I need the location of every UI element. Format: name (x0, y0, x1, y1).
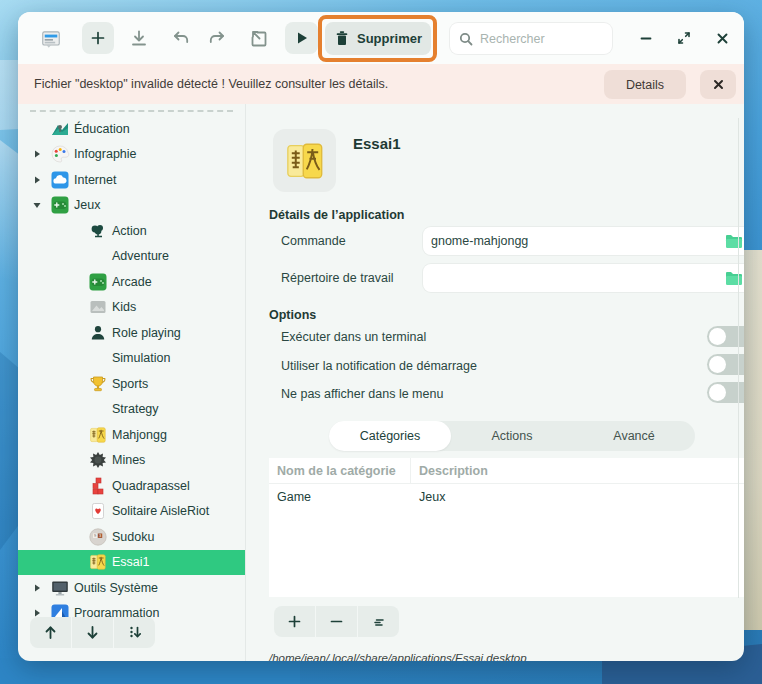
tree-item-outils-syst-me[interactable]: Outils Système (18, 575, 245, 601)
option-hide-menu-label: Ne pas afficher dans le menu (281, 387, 443, 401)
search-input[interactable] (480, 32, 590, 46)
education-icon (50, 119, 70, 139)
delete-button-label: Supprimer (357, 31, 422, 46)
delete-button[interactable]: Supprimer (325, 22, 431, 55)
launcher-icon-button[interactable] (273, 129, 336, 192)
tree-item-sudoku[interactable]: 93Sudoku (18, 524, 245, 550)
tree-item-strategy[interactable]: Strategy (18, 397, 245, 423)
tree-item--ducation[interactable]: Éducation (18, 116, 245, 142)
tree-item-label: Jeux (74, 198, 100, 212)
plus-icon (90, 30, 106, 46)
redo-icon (207, 29, 227, 49)
tree-item-mahjongg[interactable]: Mahjongg (18, 422, 245, 448)
tree-item-arcade[interactable]: Arcade (18, 269, 245, 295)
categories-table-header: Nom de la catégorie Description (269, 458, 744, 484)
tab-actions[interactable]: Actions (451, 421, 573, 451)
tree-item-label: Quadrapassel (112, 479, 190, 493)
tree-item-adventure[interactable]: Adventure (18, 244, 245, 270)
trash-icon (334, 30, 350, 47)
tree-item-action[interactable]: Action (18, 218, 245, 244)
tree-item-label: Arcade (112, 275, 152, 289)
launcher-name[interactable]: Essai1 (353, 135, 401, 152)
warning-banner: Fichier "desktop" invalide détecté ! Veu… (18, 64, 744, 104)
palette-icon (50, 144, 70, 164)
tree-item-label: Simulation (112, 351, 170, 365)
arrow-down-icon (84, 624, 101, 641)
add-category-button[interactable] (274, 606, 315, 637)
tree-item-quadrapassel[interactable]: Quadrapassel (18, 473, 245, 499)
tree-item-internet[interactable]: Internet (18, 167, 245, 193)
close-icon (715, 31, 730, 46)
person-icon (88, 323, 108, 343)
sort-button[interactable] (114, 617, 155, 648)
tree-item-label: Strategy (112, 402, 159, 416)
command-field-label: Commande (281, 234, 346, 248)
minimize-icon (638, 30, 654, 46)
tree-item-solitaire-aisleriot[interactable]: Solitaire AisleRiot (18, 499, 245, 525)
workdir-field (423, 264, 744, 292)
details-heading: Détails de l’application (269, 208, 404, 222)
add-launcher-button[interactable] (82, 22, 114, 54)
save-icon (129, 29, 149, 49)
chevron-right-icon[interactable] (30, 581, 44, 595)
tree-item-label: Sports (112, 377, 148, 391)
command-input[interactable] (431, 234, 725, 248)
scrollbar[interactable] (738, 118, 739, 598)
tab-advanced[interactable]: Avancé (573, 421, 695, 451)
tree-top-separator (30, 110, 233, 112)
category-sidebar: ÉducationInfographieInternetJeuxActionAd… (18, 104, 245, 661)
undo-icon (171, 29, 191, 49)
banner-close-button[interactable] (700, 70, 736, 99)
maximize-button[interactable] (674, 28, 694, 48)
categories-table: Nom de la catégorie Description GameJeux (269, 458, 744, 597)
move-down-button[interactable] (72, 617, 113, 648)
description-header[interactable]: Description (411, 464, 488, 478)
tetris-icon (88, 476, 108, 496)
folder-browse-icon[interactable] (725, 271, 743, 286)
banner-details-button[interactable]: Details (604, 70, 686, 99)
warning-banner-text: Fichier "desktop" invalide détecté ! Veu… (34, 77, 388, 91)
tree-item-sports[interactable]: Sports (18, 371, 245, 397)
tree-item-kids[interactable]: Kids (18, 295, 245, 321)
play-icon (294, 30, 310, 46)
action-icon (88, 221, 108, 241)
tree-item-label: Mines (112, 453, 145, 467)
workdir-input[interactable] (431, 271, 725, 285)
tree-item-label: Action (112, 224, 147, 238)
close-button[interactable] (712, 28, 732, 48)
minus-icon (329, 614, 344, 629)
save-button[interactable] (127, 28, 151, 50)
description-cell: Jeux (411, 490, 445, 504)
tree-item-label: Outils Système (74, 581, 158, 595)
tree-item-role-playing[interactable]: Role playing (18, 320, 245, 346)
table-row[interactable]: GameJeux (269, 484, 744, 510)
undo-button[interactable] (169, 29, 193, 49)
chevron-down-icon[interactable] (30, 198, 44, 212)
sudoku-icon: 93 (88, 527, 108, 547)
folder-browse-icon[interactable] (725, 234, 743, 249)
remove-category-button[interactable] (316, 606, 357, 637)
tree-item-simulation[interactable]: Simulation (18, 346, 245, 372)
tree-item-label: Kids (112, 300, 136, 314)
chevron-right-icon[interactable] (30, 147, 44, 161)
tree-item-infographie[interactable]: Infographie (18, 142, 245, 168)
category-name-header[interactable]: Nom de la catégorie (269, 458, 411, 483)
revert-button[interactable] (247, 28, 271, 50)
tree-item-jeux[interactable]: Jeux (18, 193, 245, 219)
clear-categories-button[interactable] (358, 606, 399, 637)
minimize-button[interactable] (636, 28, 656, 48)
option-terminal-label: Exécuter dans un terminal (281, 330, 426, 344)
command-field (423, 227, 744, 255)
tree-item-label: Essai1 (112, 555, 150, 569)
tree-item-mines[interactable]: Mines (18, 448, 245, 474)
search-box (450, 23, 612, 54)
tree-item-label: Éducation (74, 122, 130, 136)
toolbar: Supprimer (18, 12, 744, 64)
tab-categories[interactable]: Catégories (329, 421, 451, 451)
tree-item-essai1[interactable]: Essai1 (18, 550, 245, 576)
maximize-icon (676, 30, 692, 46)
redo-button[interactable] (205, 29, 229, 49)
launch-button[interactable] (285, 22, 318, 54)
chevron-right-icon[interactable] (30, 173, 44, 187)
move-up-button[interactable] (30, 617, 71, 648)
